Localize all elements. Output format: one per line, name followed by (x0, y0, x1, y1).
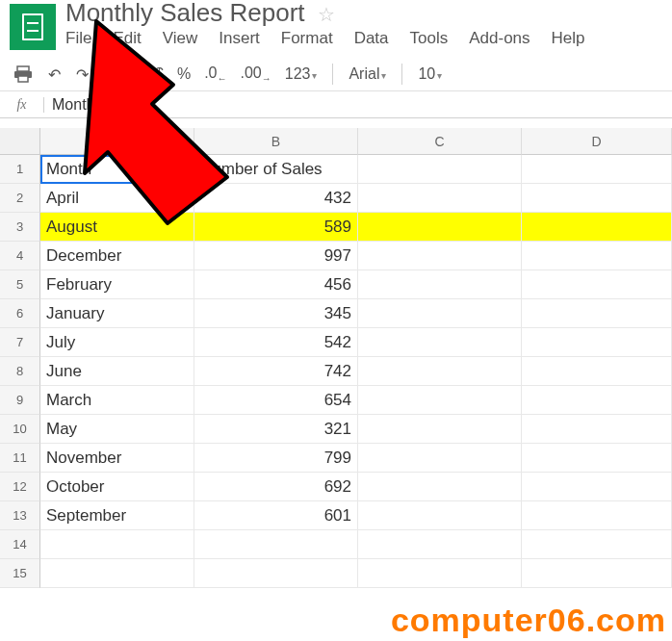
cell[interactable]: 997 (194, 242, 358, 270)
cell[interactable]: 321 (194, 415, 358, 444)
cell[interactable] (522, 501, 672, 530)
cell[interactable] (522, 357, 672, 386)
cell[interactable] (194, 559, 358, 588)
currency-button[interactable]: $ (155, 65, 164, 83)
menu-format[interactable]: Format (281, 29, 333, 48)
cell[interactable]: March (40, 386, 194, 415)
cell[interactable]: 692 (194, 473, 358, 501)
row-header[interactable]: 14 (0, 530, 40, 559)
cell[interactable] (358, 357, 522, 386)
column-header-d[interactable]: D (522, 128, 672, 155)
percent-button[interactable]: % (177, 65, 191, 83)
cell[interactable] (522, 386, 672, 415)
cell[interactable] (40, 559, 194, 588)
menu-view[interactable]: View (163, 29, 198, 48)
paint-format-icon[interactable] (104, 64, 123, 84)
cell[interactable] (358, 242, 522, 270)
cell[interactable] (522, 328, 672, 357)
menu-edit[interactable]: Edit (113, 29, 141, 48)
cell[interactable] (358, 213, 522, 242)
cell[interactable]: December (40, 242, 194, 270)
cell[interactable] (522, 213, 672, 242)
cell[interactable]: January (40, 299, 194, 328)
cell[interactable]: May (40, 415, 194, 444)
row-header[interactable]: 15 (0, 559, 40, 588)
cell[interactable]: 799 (194, 444, 358, 473)
cell[interactable] (358, 155, 522, 184)
cell[interactable]: July (40, 328, 194, 357)
number-format-dropdown[interactable]: 123▾ (285, 65, 318, 83)
menu-file[interactable]: File (65, 29, 91, 48)
undo-icon[interactable]: ↶ (48, 65, 61, 84)
row-header[interactable]: 13 (0, 501, 40, 530)
cell[interactable]: October (40, 473, 194, 501)
row-header[interactable]: 3 (0, 213, 40, 242)
cell[interactable]: 345 (194, 299, 358, 328)
cell[interactable]: 589 (194, 213, 358, 242)
row-header[interactable]: 1 (0, 155, 40, 184)
cell[interactable] (522, 270, 672, 299)
cell[interactable]: 542 (194, 328, 358, 357)
row-header[interactable]: 7 (0, 328, 40, 357)
cell[interactable]: February (40, 270, 194, 299)
font-size-dropdown[interactable]: 10▾ (418, 65, 442, 83)
cell[interactable] (522, 155, 672, 184)
cell[interactable] (358, 415, 522, 444)
row-header[interactable]: 6 (0, 299, 40, 328)
menu-help[interactable]: Help (552, 29, 585, 48)
row-header[interactable]: 11 (0, 444, 40, 473)
menu-data[interactable]: Data (354, 29, 389, 48)
cell[interactable] (358, 386, 522, 415)
cell[interactable] (522, 530, 672, 559)
print-icon[interactable] (13, 65, 33, 83)
decrease-decimal-button[interactable]: .0← (204, 64, 226, 84)
cell[interactable]: 742 (194, 357, 358, 386)
cell[interactable] (522, 444, 672, 473)
cell[interactable]: 432 (194, 184, 358, 213)
document-title[interactable]: Monthly Sales Report (65, 0, 305, 27)
menu-insert[interactable]: Insert (219, 29, 260, 48)
cell[interactable] (522, 559, 672, 588)
cell[interactable] (358, 444, 522, 473)
cell[interactable] (522, 415, 672, 444)
row-header[interactable]: 5 (0, 270, 40, 299)
column-header-a[interactable]: A (40, 128, 194, 155)
star-icon[interactable]: ☆ (318, 4, 335, 25)
column-header-c[interactable]: C (358, 128, 522, 155)
cell[interactable] (194, 530, 358, 559)
cell[interactable] (358, 270, 522, 299)
menu-addons[interactable]: Add-ons (469, 29, 530, 48)
cell[interactable] (522, 184, 672, 213)
cell[interactable]: June (40, 357, 194, 386)
row-header[interactable]: 4 (0, 242, 40, 270)
redo-icon[interactable]: ↷ (76, 65, 89, 84)
increase-decimal-button[interactable]: .00→ (240, 64, 271, 84)
cell[interactable]: April (40, 184, 194, 213)
row-header[interactable]: 8 (0, 357, 40, 386)
cell[interactable] (358, 501, 522, 530)
row-header[interactable]: 10 (0, 415, 40, 444)
cell[interactable] (358, 530, 522, 559)
column-header-b[interactable]: B (194, 128, 358, 155)
row-header[interactable]: 12 (0, 473, 40, 501)
cell[interactable] (522, 299, 672, 328)
cell[interactable] (358, 473, 522, 501)
menu-tools[interactable]: Tools (410, 29, 449, 48)
cell[interactable]: September (40, 501, 194, 530)
cell[interactable]: 601 (194, 501, 358, 530)
cell[interactable] (40, 530, 194, 559)
font-family-dropdown[interactable]: Arial▾ (349, 65, 386, 83)
cell[interactable] (522, 242, 672, 270)
cell[interactable]: 654 (194, 386, 358, 415)
cell[interactable]: November (40, 444, 194, 473)
select-all-corner[interactable] (0, 128, 40, 155)
cell[interactable]: Number of Sales (194, 155, 358, 184)
row-header[interactable]: 2 (0, 184, 40, 213)
cell[interactable] (358, 299, 522, 328)
cell[interactable]: 456 (194, 270, 358, 299)
cell[interactable] (358, 559, 522, 588)
cell[interactable] (522, 473, 672, 501)
formula-bar[interactable]: Month (44, 96, 94, 114)
cell[interactable] (358, 184, 522, 213)
row-header[interactable]: 9 (0, 386, 40, 415)
